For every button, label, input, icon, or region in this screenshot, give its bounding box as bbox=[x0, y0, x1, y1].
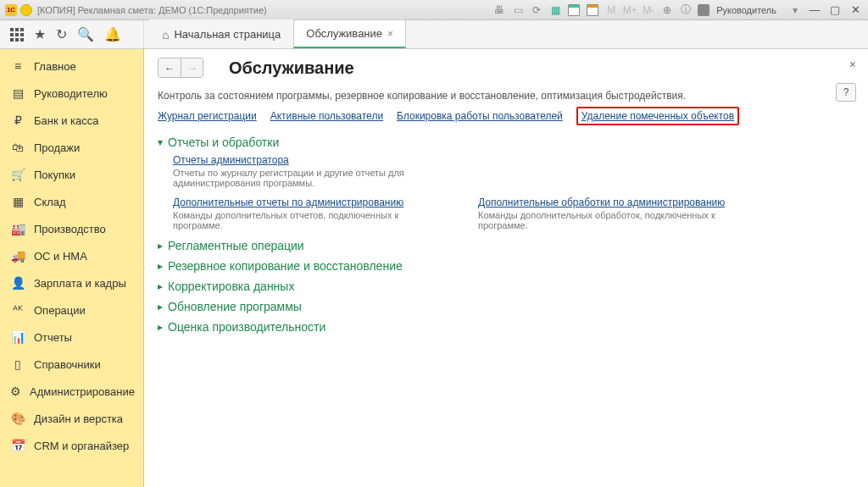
quick-access-bar: ★ ↻ 🔍 🔔 bbox=[0, 20, 144, 48]
calendar2-icon[interactable] bbox=[586, 3, 599, 17]
link-additional-reports[interactable]: Дополнительные отчеты по администрирован… bbox=[173, 196, 403, 208]
link-delete-marked[interactable]: Удаление помеченных объектов bbox=[581, 110, 734, 122]
sidebar-item-bank[interactable]: ₽Банк и касса bbox=[0, 107, 143, 134]
sidebar-item-purchases[interactable]: 🛒Покупки bbox=[0, 161, 143, 188]
palette-icon: 🎨 bbox=[10, 412, 25, 425]
tab-maintenance-label: Обслуживание bbox=[306, 27, 382, 40]
additional-reports-desc: Команды дополнительных отчетов, подключе… bbox=[173, 210, 427, 230]
calendar1-icon[interactable] bbox=[567, 3, 581, 17]
sidebar-item-assets[interactable]: 🚚ОС и НМА bbox=[0, 242, 143, 269]
chevron-right-icon bbox=[158, 301, 163, 313]
link-registration-log[interactable]: Журнал регистрации bbox=[158, 110, 257, 122]
sidebar-item-catalogs[interactable]: ▯Справочники bbox=[0, 351, 143, 378]
bag-icon: 🛍 bbox=[10, 141, 25, 154]
ruble-icon: ₽ bbox=[10, 113, 25, 127]
sidebar-item-label: Банк и касса bbox=[34, 114, 99, 127]
window-maximize[interactable]: ▢ bbox=[827, 3, 843, 17]
chevron-right-icon bbox=[158, 280, 163, 292]
m-icon[interactable]: M bbox=[604, 3, 618, 17]
section-update-label: Обновление программы bbox=[168, 300, 302, 313]
sidebar-item-operations[interactable]: ᴬᴷОперации bbox=[0, 296, 143, 324]
section-update[interactable]: Обновление программы bbox=[158, 300, 851, 313]
truck-icon: 🚚 bbox=[10, 249, 25, 263]
section-backup[interactable]: Резервное копирование и восстановление bbox=[158, 259, 851, 273]
boxes-icon: ▦ bbox=[10, 195, 25, 208]
sidebar-item-main[interactable]: ≡Главное bbox=[0, 53, 143, 80]
chevron-right-icon bbox=[158, 260, 163, 272]
tab-strip: ⌂ Начальная страница Обслуживание × bbox=[144, 20, 406, 48]
section-scheduled[interactable]: Регламентные операции bbox=[158, 239, 851, 252]
titlebar-tools: 🖶 ▭ ⟳ ▦ M M+ M- ⊕ ⓘ Руководитель ▾ — ▢ ✕ bbox=[492, 3, 863, 17]
m-minus-icon[interactable]: M- bbox=[642, 3, 655, 17]
calendar-icon: 📅 bbox=[10, 439, 25, 452]
tab-maintenance[interactable]: Обслуживание × bbox=[293, 19, 406, 48]
admin-reports-desc: Отчеты по журналу регистрации и другие о… bbox=[173, 168, 427, 188]
sidebar-item-production[interactable]: 🏭Производство bbox=[0, 215, 143, 242]
sidebar-item-label: ОС и НМА bbox=[34, 250, 87, 263]
nav-buttons: ← → bbox=[158, 58, 203, 78]
refresh-icon[interactable]: ⟳ bbox=[530, 3, 543, 17]
excel-icon[interactable]: ▦ bbox=[548, 3, 562, 17]
section-reports-label: Отчеты и обработки bbox=[168, 136, 279, 149]
user-label[interactable]: Руководитель bbox=[716, 5, 776, 15]
add-icon[interactable]: ⊕ bbox=[660, 3, 674, 17]
help-button[interactable]: ? bbox=[836, 83, 856, 102]
tab-home[interactable]: ⌂ Начальная страница bbox=[149, 19, 293, 48]
bell-icon[interactable]: 🔔 bbox=[104, 26, 121, 42]
link-active-users[interactable]: Активные пользователи bbox=[270, 110, 383, 122]
window-title: [КОПИЯ] Рекламная смета: ДЕМО (1С:Предпр… bbox=[37, 5, 267, 15]
nav-forward-button[interactable]: → bbox=[181, 58, 203, 77]
section-perf[interactable]: Оценка производительности bbox=[158, 320, 851, 334]
content-close-icon[interactable]: × bbox=[849, 58, 856, 71]
history-icon[interactable]: ↻ bbox=[56, 26, 67, 42]
info-icon[interactable]: ⓘ bbox=[679, 3, 693, 17]
star-icon[interactable]: ★ bbox=[34, 26, 46, 42]
sidebar-item-label: Дизайн и верстка bbox=[34, 412, 123, 425]
section-perf-label: Оценка производительности bbox=[168, 320, 326, 334]
window-minimize[interactable]: — bbox=[807, 3, 822, 17]
sidebar-item-hr[interactable]: 👤Зарплата и кадры bbox=[0, 269, 143, 296]
search-icon[interactable]: 🔍 bbox=[77, 26, 94, 42]
window-titlebar: 1C [КОПИЯ] Рекламная смета: ДЕМО (1С:Пре… bbox=[0, 0, 868, 20]
status-ball-icon bbox=[20, 4, 32, 16]
sidebar-item-label: Отчеты bbox=[34, 331, 72, 344]
sidebar-item-admin[interactable]: ⚙Администрирование bbox=[0, 378, 143, 405]
link-additional-processing[interactable]: Дополнительные обработки по администриро… bbox=[478, 196, 725, 208]
ops-icon: ᴬᴷ bbox=[10, 303, 25, 317]
tab-close-icon[interactable]: × bbox=[387, 28, 393, 40]
section-scheduled-label: Регламентные операции bbox=[168, 239, 304, 252]
cart-icon: 🛒 bbox=[10, 168, 25, 181]
person-icon: 👤 bbox=[10, 276, 25, 290]
page-description: Контроль за состоянием программы, резерв… bbox=[158, 90, 851, 102]
dropdown-icon[interactable]: ▾ bbox=[788, 3, 802, 17]
chart-icon: 📊 bbox=[10, 330, 25, 344]
window-close[interactable]: ✕ bbox=[848, 3, 863, 17]
sidebar-item-design[interactable]: 🎨Дизайн и верстка bbox=[0, 405, 143, 432]
link-lock-users[interactable]: Блокировка работы пользователей bbox=[397, 110, 563, 122]
print-icon[interactable]: 🖶 bbox=[492, 3, 506, 17]
section-correct[interactable]: Корректировка данных bbox=[158, 279, 851, 293]
sidebar-item-label: Производство bbox=[34, 223, 106, 235]
chevron-right-icon bbox=[158, 240, 163, 252]
sidebar-item-sales[interactable]: 🛍Продажи bbox=[0, 134, 143, 161]
apps-icon[interactable] bbox=[10, 28, 24, 42]
sidebar-item-label: Склад bbox=[34, 196, 66, 208]
sidebar-item-label: CRM и органайзер bbox=[34, 440, 129, 452]
sidebar-item-label: Администрирование bbox=[30, 385, 135, 398]
sidebar-item-label: Покупки bbox=[34, 169, 75, 181]
m-plus-icon[interactable]: M+ bbox=[623, 3, 637, 17]
dash-icon: ▤ bbox=[10, 86, 25, 100]
section-reports[interactable]: Отчеты и обработки bbox=[158, 136, 851, 149]
page-icon[interactable]: ▭ bbox=[511, 3, 525, 17]
sidebar-item-label: Справочники bbox=[34, 358, 101, 371]
page-title: Обслуживание bbox=[229, 58, 354, 78]
sidebar-item-reports[interactable]: 📊Отчеты bbox=[0, 324, 143, 351]
sidebar-item-stock[interactable]: ▦Склад bbox=[0, 188, 143, 215]
sidebar-item-manager[interactable]: ▤Руководителю bbox=[0, 80, 143, 107]
sidebar-item-crm[interactable]: 📅CRM и органайзер bbox=[0, 432, 143, 459]
content-pane: × ← → Обслуживание ? Контроль за состоян… bbox=[144, 49, 868, 487]
topbar: ★ ↻ 🔍 🔔 ⌂ Начальная страница Обслуживани… bbox=[0, 20, 868, 49]
highlighted-link-box: Удаление помеченных объектов bbox=[576, 107, 739, 125]
nav-back-button[interactable]: ← bbox=[159, 58, 181, 77]
link-admin-reports[interactable]: Отчеты администратора bbox=[173, 154, 289, 166]
